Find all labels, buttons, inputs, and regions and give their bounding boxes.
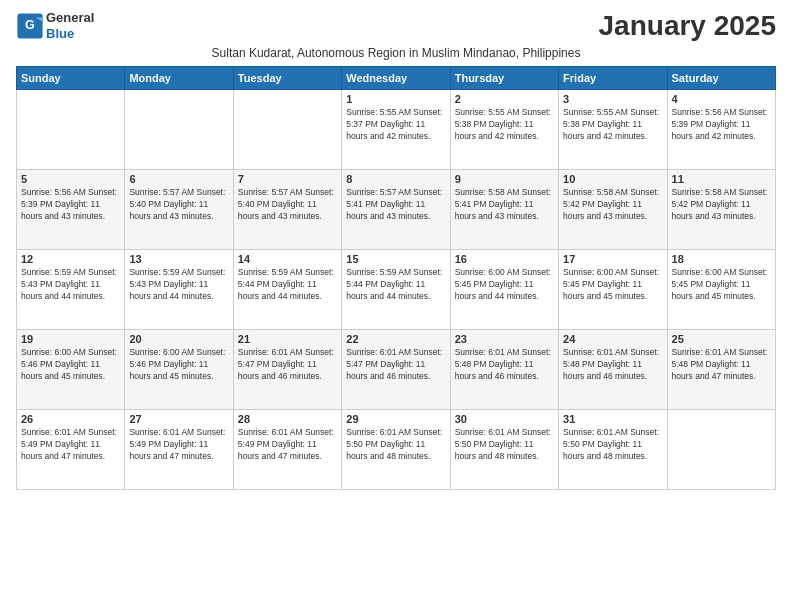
day-cell: 7Sunrise: 5:57 AM Sunset: 5:40 PM Daylig…	[233, 170, 341, 250]
day-number: 13	[129, 253, 228, 265]
day-info: Sunrise: 5:58 AM Sunset: 5:41 PM Dayligh…	[455, 187, 554, 223]
col-saturday: Saturday	[667, 67, 775, 90]
day-number: 27	[129, 413, 228, 425]
day-number: 19	[21, 333, 120, 345]
day-info: Sunrise: 6:01 AM Sunset: 5:50 PM Dayligh…	[455, 427, 554, 463]
day-cell	[667, 410, 775, 490]
calendar-page: G General Blue January 2025 Sultan Kudar…	[0, 0, 792, 612]
day-cell: 1Sunrise: 5:55 AM Sunset: 5:37 PM Daylig…	[342, 90, 450, 170]
day-cell: 10Sunrise: 5:58 AM Sunset: 5:42 PM Dayli…	[559, 170, 667, 250]
day-number: 28	[238, 413, 337, 425]
day-number: 2	[455, 93, 554, 105]
day-info: Sunrise: 6:01 AM Sunset: 5:47 PM Dayligh…	[238, 347, 337, 383]
day-info: Sunrise: 5:57 AM Sunset: 5:40 PM Dayligh…	[238, 187, 337, 223]
day-cell: 30Sunrise: 6:01 AM Sunset: 5:50 PM Dayli…	[450, 410, 558, 490]
col-friday: Friday	[559, 67, 667, 90]
day-number: 14	[238, 253, 337, 265]
day-number: 16	[455, 253, 554, 265]
day-cell	[125, 90, 233, 170]
day-info: Sunrise: 5:55 AM Sunset: 5:38 PM Dayligh…	[455, 107, 554, 143]
subtitle: Sultan Kudarat, Autonomous Region in Mus…	[16, 46, 776, 60]
day-number: 12	[21, 253, 120, 265]
col-tuesday: Tuesday	[233, 67, 341, 90]
day-info: Sunrise: 5:55 AM Sunset: 5:37 PM Dayligh…	[346, 107, 445, 143]
week-row-4: 26Sunrise: 6:01 AM Sunset: 5:49 PM Dayli…	[17, 410, 776, 490]
day-cell: 15Sunrise: 5:59 AM Sunset: 5:44 PM Dayli…	[342, 250, 450, 330]
day-info: Sunrise: 5:58 AM Sunset: 5:42 PM Dayligh…	[563, 187, 662, 223]
day-info: Sunrise: 6:01 AM Sunset: 5:49 PM Dayligh…	[21, 427, 120, 463]
day-cell: 4Sunrise: 5:56 AM Sunset: 5:39 PM Daylig…	[667, 90, 775, 170]
day-number: 4	[672, 93, 771, 105]
day-info: Sunrise: 6:01 AM Sunset: 5:47 PM Dayligh…	[346, 347, 445, 383]
header: G General Blue January 2025	[16, 10, 776, 42]
day-number: 30	[455, 413, 554, 425]
day-cell: 2Sunrise: 5:55 AM Sunset: 5:38 PM Daylig…	[450, 90, 558, 170]
logo-icon: G	[16, 12, 44, 40]
col-monday: Monday	[125, 67, 233, 90]
day-number: 15	[346, 253, 445, 265]
day-number: 5	[21, 173, 120, 185]
day-info: Sunrise: 5:57 AM Sunset: 5:41 PM Dayligh…	[346, 187, 445, 223]
day-number: 26	[21, 413, 120, 425]
day-cell	[17, 90, 125, 170]
day-cell: 23Sunrise: 6:01 AM Sunset: 5:48 PM Dayli…	[450, 330, 558, 410]
day-cell: 24Sunrise: 6:01 AM Sunset: 5:48 PM Dayli…	[559, 330, 667, 410]
day-info: Sunrise: 6:00 AM Sunset: 5:45 PM Dayligh…	[455, 267, 554, 303]
day-number: 21	[238, 333, 337, 345]
week-row-3: 19Sunrise: 6:00 AM Sunset: 5:46 PM Dayli…	[17, 330, 776, 410]
day-cell: 13Sunrise: 5:59 AM Sunset: 5:43 PM Dayli…	[125, 250, 233, 330]
day-cell: 9Sunrise: 5:58 AM Sunset: 5:41 PM Daylig…	[450, 170, 558, 250]
day-number: 18	[672, 253, 771, 265]
day-info: Sunrise: 5:59 AM Sunset: 5:44 PM Dayligh…	[238, 267, 337, 303]
day-info: Sunrise: 6:01 AM Sunset: 5:49 PM Dayligh…	[129, 427, 228, 463]
week-row-1: 5Sunrise: 5:56 AM Sunset: 5:39 PM Daylig…	[17, 170, 776, 250]
day-cell: 26Sunrise: 6:01 AM Sunset: 5:49 PM Dayli…	[17, 410, 125, 490]
day-info: Sunrise: 6:00 AM Sunset: 5:46 PM Dayligh…	[21, 347, 120, 383]
day-cell	[233, 90, 341, 170]
col-sunday: Sunday	[17, 67, 125, 90]
day-number: 9	[455, 173, 554, 185]
day-number: 17	[563, 253, 662, 265]
day-number: 3	[563, 93, 662, 105]
day-info: Sunrise: 5:55 AM Sunset: 5:38 PM Dayligh…	[563, 107, 662, 143]
day-cell: 5Sunrise: 5:56 AM Sunset: 5:39 PM Daylig…	[17, 170, 125, 250]
day-cell: 18Sunrise: 6:00 AM Sunset: 5:45 PM Dayli…	[667, 250, 775, 330]
day-info: Sunrise: 6:00 AM Sunset: 5:46 PM Dayligh…	[129, 347, 228, 383]
day-number: 6	[129, 173, 228, 185]
day-number: 8	[346, 173, 445, 185]
day-cell: 11Sunrise: 5:58 AM Sunset: 5:42 PM Dayli…	[667, 170, 775, 250]
day-cell: 14Sunrise: 5:59 AM Sunset: 5:44 PM Dayli…	[233, 250, 341, 330]
col-wednesday: Wednesday	[342, 67, 450, 90]
day-info: Sunrise: 6:00 AM Sunset: 5:45 PM Dayligh…	[563, 267, 662, 303]
day-info: Sunrise: 6:01 AM Sunset: 5:49 PM Dayligh…	[238, 427, 337, 463]
day-info: Sunrise: 5:59 AM Sunset: 5:43 PM Dayligh…	[21, 267, 120, 303]
day-info: Sunrise: 6:01 AM Sunset: 5:50 PM Dayligh…	[563, 427, 662, 463]
calendar-table: Sunday Monday Tuesday Wednesday Thursday…	[16, 66, 776, 490]
day-cell: 3Sunrise: 5:55 AM Sunset: 5:38 PM Daylig…	[559, 90, 667, 170]
day-number: 20	[129, 333, 228, 345]
day-info: Sunrise: 6:01 AM Sunset: 5:50 PM Dayligh…	[346, 427, 445, 463]
day-info: Sunrise: 6:01 AM Sunset: 5:48 PM Dayligh…	[672, 347, 771, 383]
day-cell: 29Sunrise: 6:01 AM Sunset: 5:50 PM Dayli…	[342, 410, 450, 490]
day-info: Sunrise: 5:57 AM Sunset: 5:40 PM Dayligh…	[129, 187, 228, 223]
day-cell: 19Sunrise: 6:00 AM Sunset: 5:46 PM Dayli…	[17, 330, 125, 410]
week-row-2: 12Sunrise: 5:59 AM Sunset: 5:43 PM Dayli…	[17, 250, 776, 330]
day-info: Sunrise: 5:58 AM Sunset: 5:42 PM Dayligh…	[672, 187, 771, 223]
logo-line2: Blue	[46, 26, 94, 42]
logo: G General Blue	[16, 10, 94, 41]
day-number: 31	[563, 413, 662, 425]
day-info: Sunrise: 6:01 AM Sunset: 5:48 PM Dayligh…	[455, 347, 554, 383]
day-number: 7	[238, 173, 337, 185]
day-number: 22	[346, 333, 445, 345]
day-number: 29	[346, 413, 445, 425]
day-cell: 21Sunrise: 6:01 AM Sunset: 5:47 PM Dayli…	[233, 330, 341, 410]
header-row: Sunday Monday Tuesday Wednesday Thursday…	[17, 67, 776, 90]
svg-text:G: G	[25, 17, 35, 31]
day-info: Sunrise: 6:00 AM Sunset: 5:45 PM Dayligh…	[672, 267, 771, 303]
day-cell: 25Sunrise: 6:01 AM Sunset: 5:48 PM Dayli…	[667, 330, 775, 410]
day-number: 23	[455, 333, 554, 345]
day-cell: 22Sunrise: 6:01 AM Sunset: 5:47 PM Dayli…	[342, 330, 450, 410]
title-block: January 2025	[599, 10, 776, 42]
month-title: January 2025	[599, 10, 776, 42]
day-cell: 20Sunrise: 6:00 AM Sunset: 5:46 PM Dayli…	[125, 330, 233, 410]
